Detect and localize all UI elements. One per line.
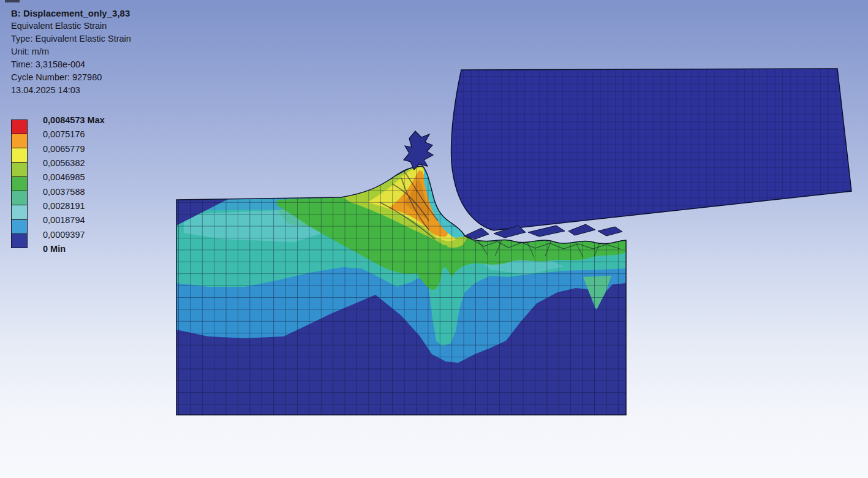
legend-band [12,234,27,248]
legend-band [12,220,27,234]
screen-artifact [5,0,20,2]
legend-min-label: 0 Min [43,243,66,255]
result-line: Unit: m/m [11,45,131,58]
legend-label: 0,0009397 [43,229,85,241]
result-line: Type: Equivalent Elastic Strain [11,32,131,45]
legend-band [12,134,27,148]
debris-sliver[interactable] [568,224,595,235]
simulation-viewport[interactable]: B: Displacement_only_3,83 Equivalent Ela… [0,0,868,478]
debris-sliver[interactable] [528,226,565,237]
legend-label: 0,0028191 [43,200,85,212]
result-line: Time: 3,3158e-004 [11,58,131,71]
legend-label: 0,0018794 [43,214,85,226]
tool-body[interactable] [429,55,868,239]
chip-fragment[interactable] [404,131,433,170]
contour-legend: 0,0084573 Max 0,0075176 0,0065779 0,0056… [11,114,146,255]
legend-band [12,148,27,162]
legend-band [12,163,27,177]
legend-label: 0,0037588 [43,186,85,198]
debris-sliver[interactable] [598,227,622,236]
result-line: Equivalent Elastic Strain [11,20,131,32]
legend-color-bar [11,120,28,248]
legend-band [12,191,27,205]
legend-label: 0,0056382 [43,157,85,169]
result-line: Cycle Number: 927980 [11,71,131,84]
legend-band [12,177,27,191]
result-title: B: Displacement_only_3,83 [11,7,131,20]
result-line: 13.04.2025 14:03 [11,84,131,97]
legend-max-label: 0,0084573 Max [43,114,105,126]
legend-band [12,120,27,134]
legend-label: 0,0046985 [43,171,85,183]
tool-mesh-grid [429,55,868,239]
legend-label: 0,0075176 [43,128,85,140]
legend-label: 0,0065779 [43,143,85,155]
legend-band [12,205,27,219]
result-info-block: B: Displacement_only_3,83 Equivalent Ela… [11,7,131,97]
